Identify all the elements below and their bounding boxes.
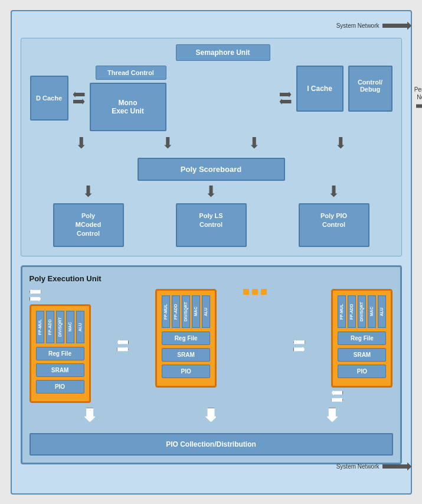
mac-label-3: MAC	[368, 295, 376, 328]
reg-file-1: Reg File	[36, 347, 84, 360]
arrow-to-ls	[208, 186, 215, 197]
arrow-between-1-2-right	[117, 346, 129, 352]
system-network-bottom: System Network	[336, 463, 412, 471]
arrow-between-1-2-left	[117, 339, 129, 345]
pio-2: PIO	[162, 365, 210, 378]
arrow-between-2-3-right	[293, 346, 305, 352]
exec-unit-3-container: FP-MUL FP-ADD DIV/SQRT MAC ALU Reg File …	[331, 289, 392, 403]
arrow-right-unit3-right	[331, 397, 343, 403]
mono-exec-block: MonoExec Unit	[90, 83, 166, 131]
alu-label-3: ALU	[378, 295, 386, 328]
vert-labels-3: FP-MUL FP-ADD DIV/SQRT MAC ALU	[338, 295, 386, 328]
semaphore-unit-block: Semaphore Unit	[176, 44, 270, 61]
arrow-to-pio	[331, 186, 338, 197]
exec-unit-3-box: FP-MUL FP-ADD DIV/SQRT MAC ALU Reg File …	[331, 289, 392, 388]
pio-3: PIO	[338, 365, 386, 378]
poly-exec-title: Poly Execution Unit	[30, 274, 393, 283]
top-section: Peripheral Network Semaphore Unit D Cach…	[21, 38, 402, 256]
arrow-down-pio-1	[84, 408, 96, 422]
arrow-down-4	[337, 137, 344, 149]
d-cache-arrow	[73, 92, 85, 105]
arrow-down-2	[164, 137, 171, 149]
arrow-right-unit3-left	[331, 390, 343, 396]
unit1-left-arrows	[30, 289, 41, 302]
unit3-right-arrows	[331, 390, 392, 403]
fp-mul-label-3: FP-MUL	[338, 295, 346, 328]
unit1-2-arrows	[117, 339, 129, 352]
mac-label-1: MAC	[66, 311, 74, 343]
sram-2: SRAM	[162, 348, 210, 362]
dots-section	[243, 289, 267, 295]
arrows-from-scoreboard	[30, 186, 392, 197]
thread-control-block: Thread Control	[96, 66, 166, 80]
mac-label-2: MAC	[192, 295, 200, 328]
system-network-top: System Network	[336, 22, 412, 30]
arrow-right-2	[280, 92, 292, 97]
divsqrt-label-2: DIV/SQRT	[182, 295, 190, 328]
diagram-container: System Network Peripheral Network Semaph…	[11, 10, 412, 495]
arrow-left-unit1	[30, 289, 41, 295]
reg-file-3: Reg File	[338, 331, 386, 345]
arrow-left-2	[280, 99, 292, 105]
alu-label-2: ALU	[202, 295, 210, 328]
pio-1: PIO	[36, 380, 84, 394]
scoreboard-section: Poly Scoreboard	[30, 158, 392, 181]
middle-group: Thread Control MonoExec Unit	[90, 66, 275, 131]
pio-dist-row: PIO Collection/Distribution	[30, 427, 393, 456]
sram-3: SRAM	[338, 348, 386, 362]
unit2-3-arrows	[293, 339, 305, 352]
arrows-to-pio-dist	[30, 408, 393, 422]
system-network-top-label: System Network	[336, 22, 380, 29]
arrow-down-3	[251, 137, 258, 149]
execution-units-row: FP-MUL FP-ADD DIV/SQRT MAC ALU Reg File …	[30, 289, 393, 403]
control-debug-block: Control/Debug	[348, 66, 392, 112]
fp-add-label-3: FP-ADD	[348, 295, 356, 328]
control-boxes-row: PolyMCodedControl Poly LSControl Poly PI…	[30, 203, 392, 247]
exec-unit-2-box: FP-MUL FP-ADD DIV/SQRT MAC ALU Reg File …	[155, 289, 217, 388]
vert-labels-2: FP-MUL FP-ADD DIV/SQRT MAC ALU	[162, 295, 210, 328]
divsqrt-label-1: DIV/SQRT	[56, 311, 64, 343]
peripheral-arrow	[416, 103, 423, 110]
mono-icache-arrow	[280, 92, 292, 105]
system-network-bottom-arrow	[382, 463, 412, 471]
fp-mul-label-1: FP-MUL	[36, 311, 44, 343]
fp-mul-label-2: FP-MUL	[162, 295, 170, 328]
system-network-top-arrow	[382, 22, 412, 30]
pio-distribution-block: PIO Collection/Distribution	[30, 433, 393, 456]
poly-pio-block: Poly PIOControl	[299, 203, 369, 247]
arrow-down-pio-3	[326, 408, 338, 422]
exec-unit-1-box: FP-MUL FP-ADD DIV/SQRT MAC ALU Reg File …	[30, 304, 91, 403]
unit1-top-arrows	[30, 289, 91, 302]
d-cache-block: D Cache	[30, 76, 68, 121]
exec-unit-1-container: FP-MUL FP-ADD DIV/SQRT MAC ALU Reg File …	[30, 289, 91, 403]
dot-3	[261, 289, 267, 295]
arrows-to-scoreboard	[30, 137, 392, 149]
peripheral-network-label: Peripheral Network	[404, 86, 423, 110]
arrow-right-unit1	[30, 296, 41, 302]
main-components-row: D Cache Thread Control MonoExec Unit	[30, 66, 392, 131]
poly-execution-unit: Poly Execution Unit FP-MUL FP-ADD DIV/SQ…	[21, 265, 402, 464]
right-group: I Cache Control/Debug	[296, 66, 392, 112]
alu-label-1: ALU	[76, 311, 84, 343]
arrow-between-2-3-left	[293, 339, 305, 345]
sram-1: SRAM	[36, 363, 84, 377]
arrow-left	[73, 92, 85, 97]
dot-2	[252, 289, 258, 295]
poly-mcoded-block: PolyMCodedControl	[53, 203, 124, 247]
exec-unit-2-container: FP-MUL FP-ADD DIV/SQRT MAC ALU Reg File …	[155, 289, 217, 388]
dot-1	[243, 289, 249, 295]
system-network-bottom-label: System Network	[336, 463, 380, 470]
fp-add-label-2: FP-ADD	[172, 295, 180, 328]
i-cache-block: I Cache	[296, 66, 344, 112]
arrow-down-1	[78, 137, 85, 149]
vert-labels-1: FP-MUL FP-ADD DIV/SQRT MAC ALU	[36, 311, 84, 343]
fp-add-label-1: FP-ADD	[46, 311, 54, 343]
poly-ls-block: Poly LSControl	[176, 203, 247, 247]
arrow-right	[73, 99, 85, 105]
arrow-to-mcoded	[85, 186, 92, 197]
arrow-down-pio-2	[205, 408, 217, 422]
reg-file-2: Reg File	[162, 331, 210, 345]
divsqrt-label-3: DIV/SQRT	[358, 295, 366, 328]
poly-scoreboard-block: Poly Scoreboard	[138, 158, 285, 181]
